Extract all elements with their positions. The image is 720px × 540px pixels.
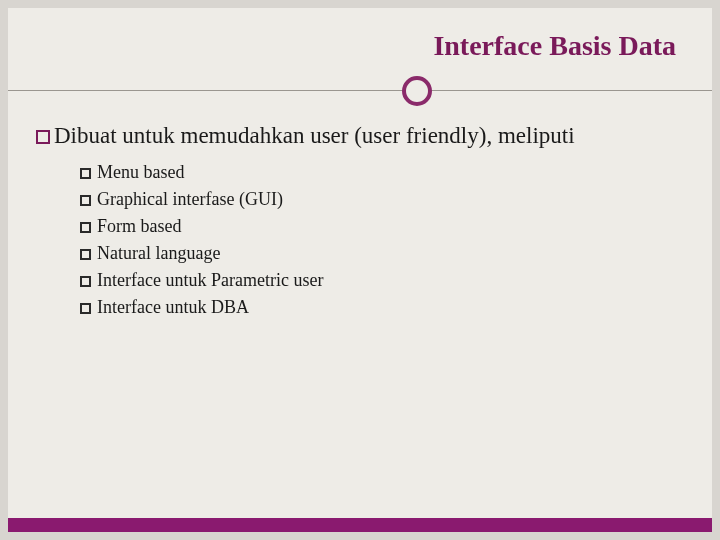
sub-item: Menu based [80, 159, 682, 186]
circle-icon [402, 76, 432, 106]
square-bullet-icon [80, 276, 91, 287]
square-bullet-icon [80, 168, 91, 179]
square-bullet-icon [80, 249, 91, 260]
main-text: Dibuat untuk memudahkan user (user frien… [54, 123, 575, 148]
sub-item: Graphical interfase (GUI) [80, 186, 682, 213]
sub-item: Interface untuk DBA [80, 294, 682, 321]
sub-item-text: Graphical interfase (GUI) [97, 189, 283, 209]
sub-item: Interface untuk Parametric user [80, 267, 682, 294]
square-bullet-icon [36, 130, 50, 144]
divider-line [8, 90, 712, 91]
footer-bar [8, 518, 712, 532]
sub-item: Natural language [80, 240, 682, 267]
sub-list: Menu based Graphical interfase (GUI) For… [80, 159, 682, 321]
square-bullet-icon [80, 222, 91, 233]
sub-item: Form based [80, 213, 682, 240]
square-bullet-icon [80, 195, 91, 206]
sub-item-text: Interface untuk Parametric user [97, 270, 323, 290]
sub-item-text: Interface untuk DBA [97, 297, 249, 317]
main-bullet-item: Dibuat untuk memudahkan user (user frien… [36, 120, 682, 151]
sub-item-text: Menu based [97, 162, 184, 182]
square-bullet-icon [80, 303, 91, 314]
slide: Interface Basis Data Dibuat untuk memuda… [8, 8, 712, 532]
slide-title: Interface Basis Data [433, 30, 676, 62]
sub-item-text: Natural language [97, 243, 220, 263]
content-area: Dibuat untuk memudahkan user (user frien… [36, 120, 682, 321]
sub-item-text: Form based [97, 216, 182, 236]
